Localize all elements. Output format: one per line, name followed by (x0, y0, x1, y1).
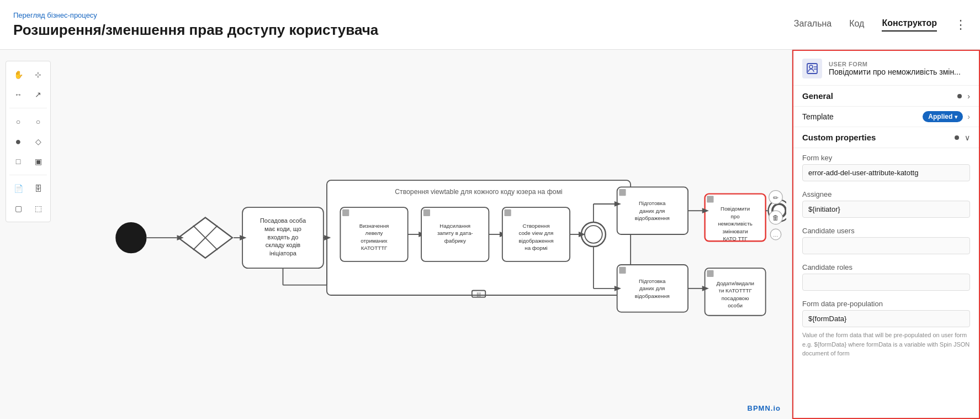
svg-rect-76 (707, 270, 713, 277)
form-data-input[interactable] (802, 310, 970, 327)
toolbar-divider-1 (9, 108, 47, 108)
general-section-title: General (802, 91, 833, 101)
toolbar-row-5: □ ▣ (9, 153, 47, 170)
svg-text:даних для: даних для (639, 285, 665, 291)
doc-tool[interactable]: 📄 (9, 180, 27, 197)
svg-text:левелу: левелу (365, 230, 383, 236)
header: Перегляд бізнес-процесу Розширення/зменш… (0, 0, 980, 50)
form-key-input[interactable] (802, 164, 970, 181)
svg-text:Підготовка: Підготовка (639, 200, 666, 206)
toolbar-row-2: ↔ ↗ (9, 86, 47, 103)
svg-text:Підготовка: Підготовка (639, 278, 666, 284)
panel-header-text: USER FORM Повідомити про неможливість зм… (829, 61, 961, 76)
general-section-controls: › (957, 92, 970, 101)
svg-rect-68 (619, 267, 626, 274)
assignee-label: Assignee (802, 190, 970, 198)
template-row: Template Applied ▾ › (793, 107, 979, 127)
bpmn-watermark: BPMN.io (748, 404, 781, 412)
candidate-roles-label: Candidate roles (802, 263, 970, 271)
circle-tool[interactable]: ○ (9, 113, 27, 130)
svg-text:ініціатора: ініціатора (269, 250, 297, 256)
svg-point-47 (585, 226, 602, 243)
user-form-icon (802, 59, 822, 78)
toolbar-row-3: ○ ○ (9, 113, 47, 130)
rect-tool[interactable]: □ (9, 153, 27, 170)
svg-text:Надсилання: Надсилання (439, 223, 470, 229)
diamond-tool[interactable]: ◇ (29, 133, 47, 150)
svg-text:code view для: code view для (519, 230, 554, 236)
header-nav: Загальна Код Конструктор ⋮ (794, 18, 967, 32)
svg-text:особи: особи (728, 302, 743, 308)
panel-name-label: Повідомити про неможливість змін... (829, 67, 961, 76)
toolbar-row-7: ▢ ⬚ (9, 200, 47, 217)
svg-text:змінювати: змінювати (722, 228, 748, 234)
rect-rounded-tool[interactable]: ▣ (29, 153, 47, 170)
assignee-input[interactable] (802, 201, 970, 218)
panel-header: USER FORM Повідомити про неможливість зм… (793, 51, 979, 86)
svg-rect-41 (504, 210, 511, 216)
svg-rect-51 (619, 189, 626, 196)
svg-text:про: про (731, 213, 740, 219)
svg-text:…: … (773, 232, 778, 238)
form-key-group: Form key (793, 148, 979, 185)
svg-text:неможливість: неможливість (718, 221, 752, 227)
svg-text:запиту в дата-: запиту в дата- (437, 230, 473, 236)
applied-badge-arrow: ▾ (955, 114, 957, 120)
template-controls: Applied ▾ › (923, 111, 970, 122)
general-section-header[interactable]: General › (793, 86, 979, 106)
candidate-roles-input[interactable] (802, 274, 970, 291)
svg-text:КАТО ТТГ: КАТО ТТГ (723, 235, 748, 242)
svg-text:Створення: Створення (522, 223, 549, 229)
svg-text:фабрику: фабрику (444, 238, 466, 244)
svg-text:🗑: 🗑 (772, 214, 779, 222)
candidate-users-group: Candidate users (793, 221, 979, 258)
custom-props-dot (955, 135, 959, 140)
svg-text:Посадова особа: Посадова особа (260, 217, 306, 224)
canvas-area[interactable]: ✋ ⊹ ↔ ↗ ○ ○ ● ◇ □ ▣ 📄 🗄 (0, 50, 792, 419)
custom-properties-header[interactable]: Custom properties ∨ (793, 127, 979, 148)
form-key-label: Form key (802, 154, 970, 162)
svg-text:Повідомити: Повідомити (721, 206, 750, 212)
general-dot (957, 94, 962, 98)
applied-badge[interactable]: Applied ▾ (923, 111, 963, 122)
dotted-rect-tool[interactable]: ⬚ (29, 200, 47, 217)
form-data-hint: Value of the form data that will be pre-… (802, 331, 970, 358)
general-chevron-icon: › (967, 92, 970, 101)
select-tool[interactable]: ⊹ (29, 66, 47, 83)
toolbar-row-4: ● ◇ (9, 133, 47, 150)
form-data-label: Form data pre-population (802, 300, 970, 308)
nav-general[interactable]: Загальна (794, 19, 831, 31)
panel-type-label: USER FORM (829, 61, 961, 67)
hand-tool[interactable]: ✋ (9, 66, 27, 83)
right-panel: USER FORM Повідомити про неможливість зм… (792, 50, 980, 419)
svg-text:Додати/видали: Додати/видали (716, 280, 754, 286)
rect-plain-tool[interactable]: ▢ (9, 200, 27, 217)
svg-rect-34 (423, 210, 430, 216)
svg-text:отриманих: отриманих (361, 238, 388, 244)
bpmn-logo-text: BPMN.io (748, 404, 781, 412)
svg-text:ти КАТОТТТГ: ти КАТОТТТГ (718, 287, 752, 294)
pencil-tool[interactable]: ↗ (29, 86, 47, 103)
svg-text:відображення: відображення (635, 215, 670, 221)
candidate-users-input[interactable] (802, 237, 970, 254)
header-left: Перегляд бізнес-процесу Розширення/зменш… (13, 11, 378, 39)
svg-text:Створення viewtable для кожног: Створення viewtable для кожного коду юзе… (395, 188, 562, 196)
more-menu-icon[interactable]: ⋮ (955, 18, 967, 32)
assignee-group: Assignee (793, 185, 979, 221)
nav-constructor[interactable]: Конструктор (882, 18, 937, 32)
nav-code[interactable]: Код (849, 19, 864, 31)
custom-properties-controls: ∨ (955, 133, 970, 142)
svg-text:відображення: відображення (518, 238, 553, 244)
move-tool[interactable]: ↔ (9, 86, 27, 103)
page-title: Розширення/зменшення прав доступу корист… (13, 22, 378, 39)
svg-text:КАТОТТТГ: КАТОТТТГ (361, 245, 388, 251)
toolbar-row-1: ✋ ⊹ (9, 66, 47, 83)
svg-rect-26 (342, 210, 349, 216)
bpmn-canvas[interactable]: Посадова особа має коди, що входять до с… (50, 55, 786, 413)
toolbar-divider-2 (9, 175, 47, 175)
svg-text:|||: ||| (476, 291, 481, 297)
circle-thick-tool[interactable]: ○ (29, 113, 47, 130)
cylinder-tool[interactable]: 🗄 (29, 180, 47, 197)
candidate-roles-group: Candidate roles (793, 258, 979, 294)
circle-filled-tool[interactable]: ● (9, 133, 27, 150)
